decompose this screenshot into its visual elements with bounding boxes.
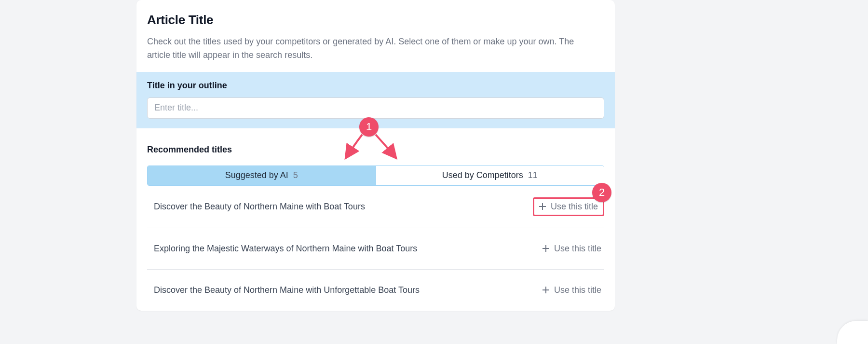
use-this-title-button[interactable]: Use this title xyxy=(540,281,604,299)
floating-help-widget[interactable] xyxy=(837,321,868,344)
plus-icon xyxy=(539,203,546,210)
suggested-title-text: Discover the Beauty of Northern Maine wi… xyxy=(154,202,365,212)
recommended-section: Recommended titles Suggested by AI 5 Use… xyxy=(136,128,615,311)
tab-used-by-competitors[interactable]: Used by Competitors 11 xyxy=(376,166,604,185)
use-button-label: Use this title xyxy=(554,285,601,295)
use-button-label: Use this title xyxy=(551,202,598,212)
title-source-tabs: Suggested by AI 5 Used by Competitors 11 xyxy=(147,165,604,186)
card-header: Article Title Check out the titles used … xyxy=(136,0,615,72)
page-description: Check out the titles used by your compet… xyxy=(147,35,591,62)
plus-icon xyxy=(542,245,549,252)
list-item: Exploring the Majestic Waterways of Nort… xyxy=(147,228,604,270)
recommended-heading: Recommended titles xyxy=(147,145,604,155)
suggested-title-text: Exploring the Majestic Waterways of Nort… xyxy=(154,244,417,254)
tab-label: Suggested by AI xyxy=(225,170,288,180)
page-title: Article Title xyxy=(147,13,604,28)
tab-count: 5 xyxy=(293,170,298,180)
tab-label: Used by Competitors xyxy=(442,170,523,180)
tab-count: 11 xyxy=(528,170,538,180)
use-this-title-button[interactable]: Use this title xyxy=(533,197,604,216)
outline-label: Title in your outline xyxy=(147,81,604,91)
annotation-badge-2: 2 xyxy=(592,183,611,202)
use-button-label: Use this title xyxy=(554,244,601,254)
plus-icon xyxy=(542,287,549,293)
suggested-title-text: Discover the Beauty of Northern Maine wi… xyxy=(154,285,420,295)
use-this-title-button[interactable]: Use this title xyxy=(540,240,604,258)
list-item: Discover the Beauty of Northern Maine wi… xyxy=(147,270,604,311)
article-title-card: Article Title Check out the titles used … xyxy=(136,0,615,311)
title-input[interactable] xyxy=(147,97,604,119)
annotation-badge-1: 1 xyxy=(359,117,379,137)
tab-suggested-by-ai[interactable]: Suggested by AI 5 xyxy=(148,166,376,185)
list-item: Discover the Beauty of Northern Maine wi… xyxy=(147,186,604,228)
suggested-titles-list: Discover the Beauty of Northern Maine wi… xyxy=(147,186,604,311)
